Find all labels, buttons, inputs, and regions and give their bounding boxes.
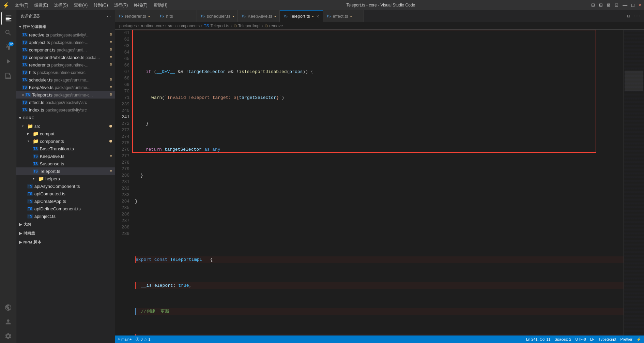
menu-run[interactable]: 运行(R) [111, 2, 131, 9]
tree-teleport[interactable]: TS Teleport.ts M [16, 167, 115, 175]
line-ending[interactable]: LF [590, 337, 595, 342]
account-button[interactable] [1, 315, 15, 329]
menu-goto[interactable]: 转到(G) [91, 2, 110, 9]
encoding[interactable]: UTF-8 [576, 337, 586, 342]
tab-teleport[interactable]: TS Teleport.ts ● × [280, 10, 323, 22]
npm-chevron: ▶ [19, 240, 22, 244]
file-label: effect.ts packages\reactivity\src [29, 100, 87, 105]
window-controls[interactable]: ⊟ ⊞ ⊠ ⊡ — □ × [591, 2, 641, 8]
line-num-241: 241 [118, 114, 129, 120]
open-file-renderer[interactable]: TS renderer.ts packages\runtime-... M [16, 61, 115, 69]
open-file-index[interactable]: TS index.ts packages\reactivity\src [16, 106, 115, 114]
outline-section[interactable]: ▶ 大纲 [16, 220, 115, 229]
layout-icon[interactable]: ⊟ [591, 2, 595, 8]
tab-keepalive[interactable]: TS KeepAlive.ts ● [238, 10, 280, 22]
line-num-62: 62 [118, 36, 129, 43]
tab-h[interactable]: TS h.ts [156, 10, 197, 22]
breadcrumb-teleport[interactable]: Teleport.ts [210, 24, 229, 28]
breadcrumb-src[interactable]: src [168, 24, 173, 28]
ts-icon: TS [22, 40, 28, 45]
modified-badge: M [110, 169, 112, 173]
remote-button[interactable] [1, 301, 15, 314]
tab-scheduler[interactable]: TS scheduler.ts ● [197, 10, 238, 22]
menu-select[interactable]: 选择(S) [51, 2, 71, 9]
timeline-section[interactable]: ▶ 时间线 [16, 229, 115, 238]
tree-apiinject[interactable]: TS apiInject.ts [16, 212, 115, 220]
line-num-289: 289 [118, 230, 129, 237]
line-numbers: 61 62 63 64 65 66 67 68 69 70 71 239 240… [115, 30, 132, 335]
broadcast-icon[interactable]: ⊡ [615, 2, 618, 8]
cursor-position[interactable]: Ln 241, Col 11 [526, 337, 551, 342]
tree-apicomputed[interactable]: TS apiComputed.ts [16, 190, 115, 197]
code-editor[interactable]: 61 62 63 64 65 66 67 68 69 70 71 239 240… [115, 30, 644, 335]
close-file-icon[interactable]: ✕ [22, 92, 24, 98]
menu-view[interactable]: 查看(V) [71, 2, 90, 9]
open-editors-section[interactable]: ▾ 打开的编辑器 [16, 22, 115, 31]
core-section-header[interactable]: ▾ CORE [16, 114, 115, 122]
error-warning[interactable]: Ⓟ 0 △ 1 [136, 337, 150, 342]
spaces[interactable]: Spaces: 2 [555, 337, 571, 342]
open-file-component[interactable]: TS component.ts packages\runti... M [16, 46, 115, 54]
sidebar-more-icon[interactable]: ··· [107, 14, 111, 18]
breadcrumb-packages[interactable]: packages [119, 24, 137, 28]
minimap[interactable] [624, 30, 644, 335]
ts-icon: TS [27, 199, 33, 204]
language-mode[interactable]: TypeScript [599, 337, 616, 342]
split-editor-icon[interactable]: ⊟ [627, 13, 630, 19]
search-button[interactable] [1, 26, 15, 40]
folder-icon: 📁 [38, 176, 44, 182]
tree-helpers[interactable]: ▶ 📁 helpers [16, 175, 115, 182]
source-control-button[interactable]: 12 [1, 40, 15, 54]
menu-terminal[interactable]: 终端(T) [131, 2, 150, 9]
tab-effect[interactable]: TS effect.ts ● [323, 10, 364, 22]
open-file-teleport[interactable]: ✕ TS Teleport.ts packages\runtime-c... M [16, 91, 115, 99]
breadcrumb-remove[interactable]: remove [269, 24, 283, 28]
settings-button[interactable] [1, 329, 15, 343]
code-line-66: } [135, 198, 624, 205]
folder-chevron: ▶ [33, 177, 38, 181]
tree-basetransition[interactable]: TS BaseTransition.ts [16, 145, 115, 152]
git-branch[interactable]: ⑂ main+ [118, 337, 132, 341]
extensions-button[interactable] [1, 69, 15, 83]
formatter[interactable]: Prettier [620, 337, 632, 342]
file-label: Suspense.ts [40, 161, 64, 166]
menu-edit[interactable]: 编辑(E) [32, 2, 51, 9]
maximize-button[interactable]: □ [631, 2, 634, 8]
tree-keepalive[interactable]: TS KeepAlive.ts M [16, 152, 115, 160]
tree-components[interactable]: ▾ 📁 components [16, 137, 115, 145]
open-file-reactive[interactable]: TS reactive.ts packages\reactivity\... M [16, 31, 115, 39]
open-file-scheduler[interactable]: TS scheduler.ts packages\runtime... M [16, 76, 115, 84]
open-file-h[interactable]: TS h.ts packages\runtime-core\src [16, 69, 115, 76]
tab-close-button[interactable]: × [317, 14, 319, 19]
npm-section[interactable]: ▶ NPM 脚本 [16, 238, 115, 247]
close-button[interactable]: × [639, 2, 641, 8]
split-icon[interactable]: ⊠ [607, 2, 611, 8]
open-file-apiinject[interactable]: TS apiInject.ts packages\runtime-... M [16, 39, 115, 46]
tab-renderer[interactable]: TS renderer.ts ● [115, 10, 156, 22]
explorer-button[interactable] [1, 12, 15, 25]
open-file-componentpublic[interactable]: TS componentPublicInstance.ts packa... M [16, 54, 115, 61]
breadcrumb-runtime-core[interactable]: runtime-core [141, 24, 164, 28]
open-file-keepalive[interactable]: TS KeepAlive.ts packages\runtime... M [16, 84, 115, 91]
panel-icon[interactable]: ⊞ [599, 2, 603, 8]
code-content[interactable]: if (__DEV__ && !targetSelector && !isTel… [132, 30, 624, 335]
open-file-effect[interactable]: TS effect.ts packages\reactivity\src [16, 99, 115, 106]
notifications[interactable]: ⚡ [637, 337, 641, 342]
run-debug-button[interactable] [1, 55, 15, 68]
breadcrumb-obj-icon: ⊙ [233, 24, 237, 28]
menu-bar[interactable]: ⚡ 文件(F) 编辑(E) 选择(S) 查看(V) 转到(G) 运行(R) 终端… [3, 2, 170, 9]
tree-compat[interactable]: ▶ 📁 compat [16, 130, 115, 137]
more-tabs-icon[interactable]: ··· [633, 13, 641, 19]
breadcrumb-components[interactable]: components [178, 24, 200, 28]
tree-apidefine[interactable]: TS apiDefineComponent.ts [16, 205, 115, 212]
collapse-arrow-71[interactable]: ▶ [137, 334, 139, 335]
minimize-button[interactable]: — [623, 2, 627, 8]
menu-help[interactable]: 帮助(H) [151, 2, 170, 9]
tree-src[interactable]: ▾ 📁 src [16, 122, 115, 130]
tree-suspense[interactable]: TS Suspense.ts [16, 160, 115, 167]
menu-file[interactable]: 文件(F) [12, 2, 31, 9]
tree-apicreateapp[interactable]: TS apiCreateApp.ts [16, 197, 115, 205]
tree-apiasync[interactable]: TS apiAsyncComponent.ts [16, 182, 115, 190]
file-label: KeepAlive.ts packages\runtime... [29, 85, 91, 90]
breadcrumb-teleportimpl[interactable]: TeleportImpl [238, 24, 260, 28]
